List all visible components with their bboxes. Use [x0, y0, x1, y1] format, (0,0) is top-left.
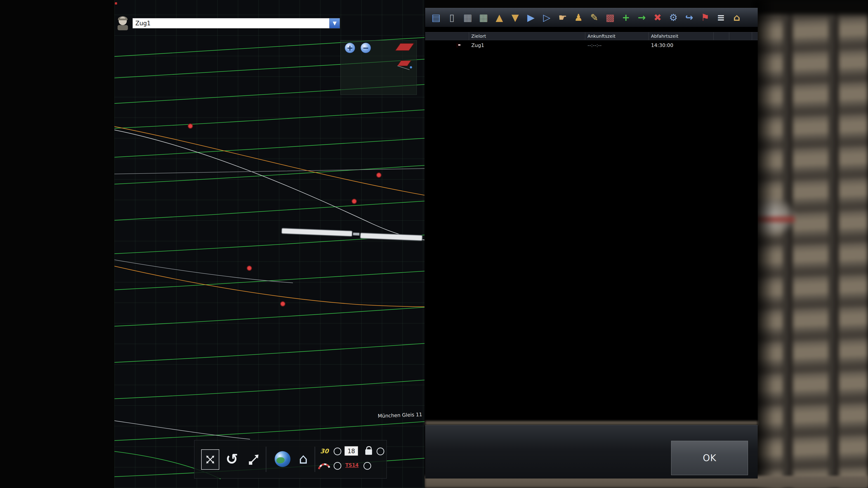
jump-marker-button[interactable] [246, 451, 261, 467]
map-corner-marker [115, 2, 117, 4]
train-icon [457, 43, 457, 48]
lock-toggle[interactable] [377, 448, 384, 455]
jump-arrow-icon [247, 452, 260, 466]
platform-label: München Gleis 11 [378, 412, 422, 419]
home-view-button[interactable]: ⌂ [294, 449, 312, 469]
boundary-marker-small-icon[interactable] [397, 60, 411, 66]
next-waypoint-icon[interactable]: → [636, 10, 648, 25]
header-extra-column [729, 32, 752, 40]
remove-driver-icon[interactable]: ✖ [651, 10, 664, 25]
scenario-editor-screen: München Gleis 11 Zug1 ▼ + − [0, 0, 868, 488]
rail-right [829, 0, 839, 488]
map-zoom-panel: + − [340, 40, 417, 95]
pan-tool-button[interactable] [201, 449, 219, 470]
row-abfahrtszeit: 14:30:00 [649, 42, 714, 48]
insert-after-icon[interactable]: ▷ [540, 10, 553, 25]
row-icon-cell [425, 43, 469, 47]
boundary-marker-line [397, 66, 410, 70]
header-extra-column [714, 32, 729, 40]
header-ankunftszeit: Ankunftszeit [585, 32, 649, 40]
track-icon[interactable]: ≡ [715, 10, 727, 25]
move-up-icon[interactable]: ▲ [493, 10, 506, 25]
passengers-icon[interactable]: ♟ [572, 10, 585, 25]
globe-icon [275, 451, 290, 467]
zoom-out-button[interactable]: − [361, 43, 371, 53]
speed-marker-toggle[interactable] [334, 448, 341, 455]
depot-icon[interactable]: ⌂ [730, 10, 743, 25]
track-lines-orange [114, 127, 425, 307]
gradient-marker-toggle[interactable] [334, 462, 341, 470]
ts-marker-label: TS14 [345, 462, 359, 468]
track-number-input[interactable]: 18 [344, 446, 358, 456]
marker-dot [247, 266, 252, 270]
pointer-hand-icon[interactable]: ☛ [556, 10, 569, 25]
ts-marker-toggle[interactable] [364, 462, 371, 470]
gradient-marker-icon [318, 461, 331, 472]
boundary-marker-icon[interactable] [395, 43, 414, 51]
timetable-row[interactable]: Zug1 --:--:-- 14:30:00 [425, 40, 758, 50]
save-icon[interactable]: ▤ [430, 10, 442, 25]
boundary-marker-dot [410, 66, 412, 68]
world-view-button[interactable] [274, 449, 291, 469]
map-tools-toolbar: ↺ ⌂ 30 18 [194, 440, 387, 479]
driver-avatar-icon [115, 14, 130, 30]
row-zielort: Zug1 [469, 42, 585, 48]
grid-small-icon[interactable]: ▦ [461, 10, 474, 25]
background-railway-photo [754, 0, 868, 488]
header-zielort: Zielort [469, 32, 585, 40]
service-settings-icon[interactable]: ⚙ [667, 10, 680, 25]
timetable-toolbar: ▤ ▯ ▦ ▦ ▲ ▼ ▶ ▷ ☛ ♟ ✎ ▩ + → ✖ ⚙ ↪ ⚑ ≡ ⌂ [425, 8, 758, 27]
dialog-bottom-bar: OK [425, 425, 758, 479]
portal-icon[interactable]: ↪ [683, 10, 695, 25]
marker-dot [188, 124, 193, 128]
insert-before-icon[interactable]: ▶ [525, 10, 537, 25]
grid-large-icon[interactable]: ▦ [477, 10, 490, 25]
selected-consist-segments[interactable] [282, 228, 423, 241]
timetable-body[interactable] [425, 50, 758, 421]
panel-gap-strip [425, 421, 758, 425]
header-filler [752, 32, 758, 40]
move-down-icon[interactable]: ▼ [509, 10, 522, 25]
edit-timetable-icon[interactable]: ✎ [588, 10, 600, 25]
toolbar-divider [315, 447, 315, 472]
delete-icon[interactable]: ▯ [445, 10, 458, 25]
map-canvas[interactable]: München Gleis 11 Zug1 ▼ + − [114, 0, 425, 488]
rail-left [783, 0, 793, 488]
row-ankunftszeit: --:--:-- [585, 42, 649, 48]
pan-arrows-icon [205, 454, 216, 465]
ok-button[interactable]: OK [671, 441, 748, 475]
timetable-panel: ▤ ▯ ▦ ▦ ▲ ▼ ▶ ▷ ☛ ♟ ✎ ▩ + → ✖ ⚙ ↪ ⚑ ≡ ⌂ … [425, 8, 758, 479]
consist-grid-icon[interactable]: ▩ [604, 10, 616, 25]
rotate-view-button[interactable]: ↺ [223, 449, 241, 469]
track-lines-green [114, 37, 425, 479]
dropdown-arrow-icon[interactable]: ▼ [329, 18, 340, 28]
marker-dot [352, 199, 356, 203]
timetable-header: Zielort Ankunftszeit Abfahrtszeit [425, 32, 758, 40]
marker-dot [281, 302, 285, 306]
train-selector-value: Zug1 [135, 18, 151, 28]
lock-icon [365, 449, 372, 455]
header-icon-column [425, 32, 469, 40]
train-selector-dropdown[interactable]: Zug1 ▼ [132, 18, 340, 29]
flag-icon[interactable]: ⚑ [699, 10, 711, 25]
speed-marker-icon: 30 [318, 447, 331, 456]
toolbar-divider [266, 447, 266, 472]
add-waypoint-icon[interactable]: + [620, 10, 632, 25]
zoom-in-button[interactable]: + [345, 43, 355, 53]
header-abfahrtszeit: Abfahrtszeit [649, 32, 714, 40]
marker-dot [377, 173, 381, 177]
